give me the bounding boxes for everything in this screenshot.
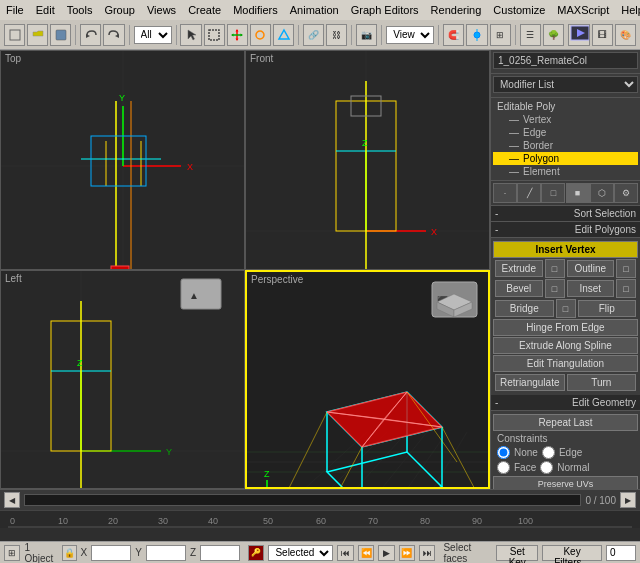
preserve-uv-btn[interactable]: Preserve UVs [493,476,638,489]
render-setup-btn[interactable]: 🎞 [592,24,613,46]
menu-file[interactable]: File [0,2,30,18]
open-btn[interactable] [27,24,48,46]
inset-settings-btn[interactable]: □ [616,279,636,298]
modifier-list-dropdown[interactable]: Modifier List [493,76,638,93]
x-field[interactable] [91,545,131,561]
border-icon-btn[interactable]: □ [541,183,565,203]
menu-group[interactable]: Group [98,2,141,18]
magnet-btn[interactable]: 🧲 [443,24,464,46]
key-filters-btn[interactable]: Key Filters... [542,545,602,561]
bridge-settings-btn[interactable]: □ [556,299,576,318]
edge-icon-btn[interactable]: ╱ [517,183,541,203]
menu-modifiers[interactable]: Modifiers [227,2,284,18]
menu-maxscript[interactable]: MAXScript [551,2,615,18]
undo-btn[interactable] [80,24,101,46]
constraint-face-radio[interactable] [497,461,510,474]
go-end-btn[interactable]: ⏭ [419,545,435,561]
edit-polygons-header[interactable]: - Edit Polygons [491,222,640,238]
repeat-last-btn[interactable]: Repeat Last [493,414,638,431]
edit-geometry-content: Repeat Last Constraints None Edge Face N… [491,411,640,489]
select-btn[interactable] [180,24,201,46]
object-name-field[interactable] [493,52,638,69]
extrude-settings-btn[interactable]: □ [545,259,565,278]
unlink-btn[interactable]: ⛓ [326,24,347,46]
outline-btn[interactable]: Outline [567,260,615,277]
timeline-progress[interactable] [24,494,581,506]
set-key-btn[interactable]: Set Key [496,545,538,561]
retriangulate-btn[interactable]: Retriangulate [495,374,565,391]
extrude-btn[interactable]: Extrude [495,260,543,277]
tree-item-border[interactable]: — Border [493,139,638,152]
element-icon-btn[interactable]: ⬡ [590,183,614,203]
timeline-scroll-left[interactable]: ◀ [4,492,20,508]
menu-graph-editors[interactable]: Graph Editors [345,2,425,18]
vertex-icon-btn[interactable]: · [493,183,517,203]
prev-frame-btn[interactable]: ⏪ [358,545,374,561]
edit-triangulation-btn[interactable]: Edit Triangulation [493,355,638,372]
insert-vertex-btn[interactable]: Insert Vertex [493,241,638,258]
menu-tools[interactable]: Tools [61,2,99,18]
timeline-scroll-right[interactable]: ▶ [620,492,636,508]
constraint-normal-radio[interactable] [540,461,553,474]
rotate-btn[interactable] [250,24,271,46]
inset-btn[interactable]: Inset [567,280,615,297]
sort-selection-header[interactable]: - Sort Selection [491,206,640,222]
align-btn[interactable]: ⊞ [490,24,511,46]
viewport-left[interactable]: Left Y Z ▲ [0,270,245,490]
outline-settings-btn[interactable]: □ [616,259,636,278]
scale-btn[interactable] [273,24,294,46]
viewport-perspective[interactable]: Perspective [245,270,490,490]
viewport-top[interactable]: Top X Y [0,50,245,270]
redo-btn[interactable] [103,24,124,46]
tree-item-edge[interactable]: — Edge [493,126,638,139]
menu-rendering[interactable]: Rendering [425,2,488,18]
constraint-none-radio[interactable] [497,446,510,459]
bevel-settings-btn[interactable]: □ [545,279,565,298]
menu-help[interactable]: Help [615,2,640,18]
frame-input[interactable] [606,545,636,561]
render-btn[interactable] [568,24,590,46]
tree-item-element[interactable]: — Element [493,165,638,178]
y-field[interactable] [146,545,186,561]
view-dropdown[interactable]: View [386,26,434,44]
hinge-from-edge-btn[interactable]: Hinge From Edge [493,319,638,336]
timeline-ruler[interactable]: 0 10 20 30 40 50 60 70 80 90 100 [0,510,640,528]
selected-dropdown[interactable]: Selected [268,545,333,561]
go-start-btn[interactable]: ⏮ [337,545,353,561]
edit-geometry-header[interactable]: - Edit Geometry [491,395,640,411]
menu-customize[interactable]: Customize [487,2,551,18]
menu-create[interactable]: Create [182,2,227,18]
menu-edit[interactable]: Edit [30,2,61,18]
viewport-front[interactable]: Front X Z [245,50,490,270]
constraint-edge-radio[interactable] [542,446,555,459]
lock-btn[interactable]: 🔒 [62,545,77,561]
camera-btn[interactable]: 📷 [356,24,377,46]
menu-animation[interactable]: Animation [284,2,345,18]
polygon-icon-btn[interactable]: ■ [566,183,590,203]
selection-filter-dropdown[interactable]: All [134,26,172,44]
statusbar-icon-btn[interactable]: ⊞ [4,545,20,561]
tree-item-vertex[interactable]: — Vertex [493,113,638,126]
move-btn[interactable] [227,24,248,46]
save-btn[interactable] [50,24,71,46]
new-scene-btn[interactable] [4,24,25,46]
select-region-btn[interactable] [204,24,225,46]
tree-item-polygon[interactable]: — Polygon [493,152,638,165]
bevel-btn[interactable]: Bevel [495,280,543,297]
link-btn[interactable]: 🔗 [303,24,324,46]
next-frame-btn[interactable]: ⏩ [399,545,415,561]
play-btn[interactable]: ▶ [378,545,394,561]
key-icon-btn[interactable]: 🔑 [248,545,264,561]
flip-btn[interactable]: Flip [578,300,637,317]
bridge-btn[interactable]: Bridge [495,300,554,317]
extrude-along-spline-btn[interactable]: Extrude Along Spline [493,337,638,354]
menu-views[interactable]: Views [141,2,182,18]
editable-poly-parent[interactable]: Editable Poly [493,100,638,113]
layers-btn[interactable]: ☰ [520,24,541,46]
z-field[interactable] [200,545,240,561]
turn-btn[interactable]: Turn [567,374,637,391]
settings-icon-btn[interactable]: ⚙ [614,183,638,203]
scene-explorer-btn[interactable]: 🌳 [543,24,564,46]
snap-btn[interactable] [466,24,487,46]
material-editor-btn[interactable]: 🎨 [615,24,636,46]
